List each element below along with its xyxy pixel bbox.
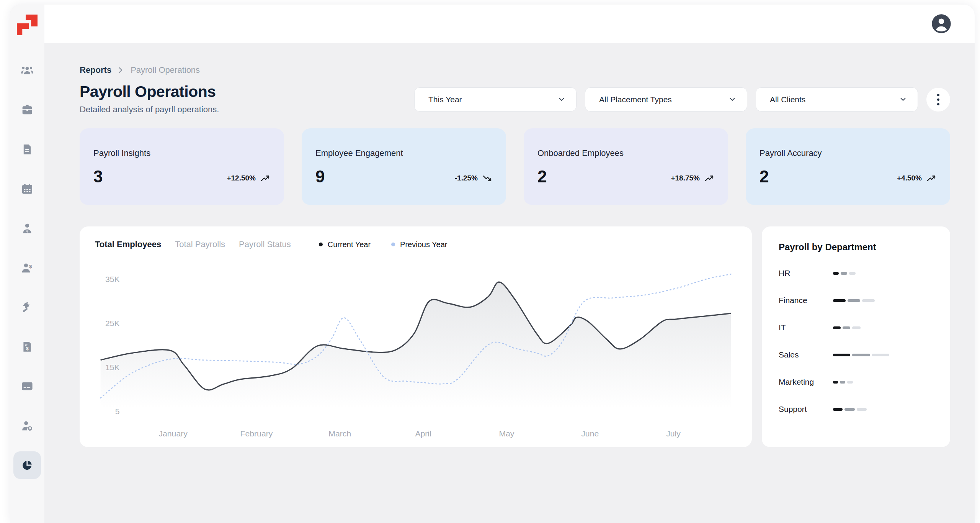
legend-dot-icon — [391, 243, 395, 246]
stat-bottom-row: 2+4.50% — [760, 168, 936, 185]
app-logo-icon[interactable] — [17, 15, 38, 35]
legend-label: Previous Year — [400, 240, 447, 249]
sidebar-item-reports[interactable] — [13, 451, 41, 479]
stat-change: -1.25% — [455, 174, 492, 185]
sidebar-item-compliance[interactable] — [13, 293, 41, 321]
department-bar-segment — [833, 299, 846, 302]
legend-item-current-year: Current Year — [319, 240, 371, 249]
breadcrumb-reports[interactable]: Reports — [80, 65, 111, 75]
sidebar-item-employees[interactable] — [13, 215, 41, 242]
reports-icon — [21, 459, 34, 472]
department-row-hr: HR — [779, 269, 935, 278]
department-bar-segment — [841, 272, 847, 275]
chevron-down-icon — [559, 97, 565, 102]
panels-row: Total EmployeesTotal PayrollsPayroll Sta… — [80, 226, 950, 447]
calendar-icon — [21, 182, 34, 195]
department-label: IT — [779, 323, 833, 332]
stat-label: Onboarded Employees — [537, 148, 714, 158]
sidebar-item-documents[interactable] — [13, 136, 41, 163]
department-bar-segment — [848, 299, 860, 302]
department-card-title: Payroll by Department — [779, 242, 935, 252]
payroll-by-department-card: Payroll by Department HRFinanceITSalesMa… — [762, 226, 950, 447]
user-avatar[interactable] — [931, 13, 952, 34]
kebab-dot — [937, 103, 939, 105]
legend-item-previous-year: Previous Year — [391, 240, 447, 249]
breadcrumb: Reports Payroll Operations — [80, 65, 950, 75]
department-row-support: Support — [779, 405, 935, 414]
legend-dot-icon — [319, 243, 323, 246]
stat-label: Payroll Insights — [93, 148, 270, 158]
department-bar-segment — [833, 381, 838, 384]
sidebar-item-contractors[interactable] — [13, 412, 41, 439]
department-bars — [833, 408, 867, 411]
sidebar-item-briefcase[interactable] — [13, 96, 41, 124]
svg-text:July: July — [666, 429, 681, 438]
chart-tab-total-payrolls[interactable]: Total Payrolls — [175, 239, 225, 249]
documents-icon — [21, 143, 34, 156]
stat-bottom-row: 2+18.75% — [537, 168, 714, 185]
chart-tab-total-employees[interactable]: Total Employees — [95, 239, 161, 249]
sidebar-item-calendar[interactable] — [13, 175, 41, 203]
stat-change-text: +18.75% — [671, 174, 700, 182]
logo-shape-bottom — [17, 23, 29, 35]
svg-text:35K: 35K — [105, 275, 120, 284]
tabs-legend-divider — [305, 239, 305, 250]
stat-bottom-row: 3+12.50% — [93, 168, 270, 185]
filter-selects: This YearAll Placement TypesAll Clients — [414, 87, 918, 111]
sidebar-item-payees[interactable]: $ — [13, 254, 41, 282]
stat-card-payroll-insights: Payroll Insights3+12.50% — [80, 128, 284, 205]
chart-header: Total EmployeesTotal PayrollsPayroll Sta… — [95, 239, 737, 250]
stat-bottom-row: 9-1.25% — [315, 168, 492, 185]
department-bars — [833, 354, 889, 356]
department-label: Marketing — [779, 377, 833, 387]
department-bar-segment — [833, 408, 843, 411]
department-label: Sales — [779, 350, 833, 359]
employees-line-chart[interactable]: 35K25K15K5JanuaryFebruaryMarchAprilMayJu… — [95, 257, 737, 440]
stat-change: +4.50% — [897, 174, 936, 185]
department-bars — [833, 381, 853, 384]
stat-card-payroll-accuracy: Payroll Accuracy2+4.50% — [746, 128, 950, 205]
filter-select-value: All Clients — [770, 95, 805, 104]
sidebar-item-invoices[interactable]: $ — [13, 333, 41, 361]
chevron-down-icon — [900, 97, 906, 102]
sidebar-item-team[interactable] — [13, 57, 41, 84]
department-row-marketing: Marketing — [779, 377, 935, 387]
legend-label: Current Year — [328, 240, 371, 249]
sidebar-item-payments[interactable] — [13, 372, 41, 400]
department-bars — [833, 299, 875, 302]
department-bar-segment — [843, 326, 850, 329]
svg-text:April: April — [415, 429, 431, 438]
invoices-icon: $ — [21, 340, 34, 353]
title-block: Payroll Operations Detailed analysis of … — [80, 83, 219, 115]
department-bar-segment — [844, 408, 855, 411]
stat-change-text: +12.50% — [227, 174, 256, 182]
app-window: $$ Reports Payroll Operations — [10, 5, 975, 523]
department-bar-segment — [872, 354, 889, 356]
payments-icon — [21, 380, 34, 393]
breadcrumb-chevron-icon — [118, 67, 124, 74]
filter-select-value: This Year — [428, 95, 462, 104]
chart-tabs: Total EmployeesTotal PayrollsPayroll Sta… — [95, 239, 291, 249]
stat-value: 9 — [315, 168, 325, 185]
department-bar-segment — [857, 408, 867, 411]
stat-change-text: -1.25% — [455, 174, 478, 182]
department-bars — [833, 326, 861, 329]
department-bar-segment — [833, 272, 839, 275]
stat-change: +12.50% — [227, 174, 270, 185]
department-bar-segment — [862, 299, 875, 302]
employees-icon — [21, 222, 34, 235]
employees-chart-card: Total EmployeesTotal PayrollsPayroll Sta… — [80, 226, 752, 447]
stat-label: Payroll Accuracy — [760, 148, 936, 158]
filter-select-this-year[interactable]: This Year — [414, 87, 577, 111]
filter-select-all-clients[interactable]: All Clients — [756, 87, 918, 111]
department-bar-segment — [833, 354, 850, 356]
more-options-button[interactable] — [926, 88, 950, 111]
stat-value: 3 — [93, 168, 103, 185]
trend-up-icon — [260, 174, 270, 183]
chart-tab-payroll-status[interactable]: Payroll Status — [239, 239, 291, 249]
filter-select-all-placement-types[interactable]: All Placement Types — [585, 87, 747, 111]
department-rows: HRFinanceITSalesMarketingSupport — [779, 269, 935, 414]
department-bar-segment — [852, 354, 870, 356]
sidebar-nav: $$ — [13, 57, 41, 479]
main-column: Reports Payroll Operations Payroll Opera… — [44, 5, 975, 523]
